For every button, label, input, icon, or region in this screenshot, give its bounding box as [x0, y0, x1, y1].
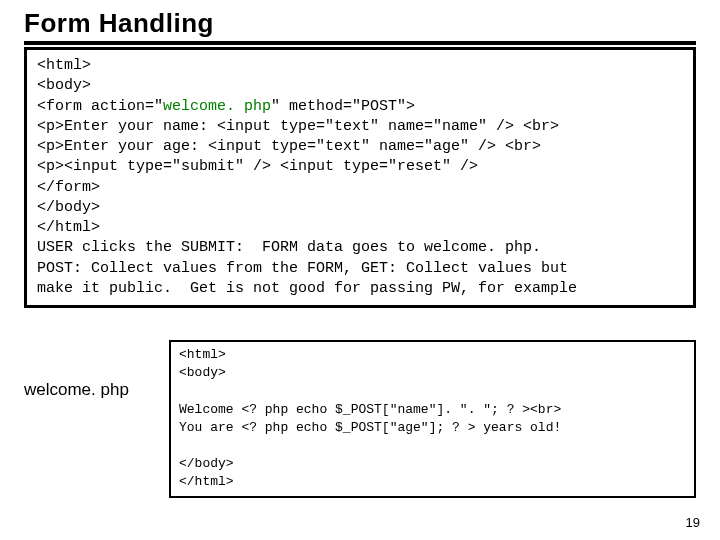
code-line: </body>: [37, 199, 100, 216]
code-line: </html>: [37, 219, 100, 236]
file-label: welcome. php: [24, 340, 169, 400]
code-line: <p><input type="submit" /> <input type="…: [37, 158, 478, 175]
code-line: <html>: [179, 347, 226, 362]
code-line: Welcome <? php echo $_POST["name"]. ". "…: [179, 402, 561, 417]
code-box-main: <html> <body> <form action="welcome. php…: [24, 47, 696, 308]
code-box-welcome: <html> <body> Welcome <? php echo $_POST…: [169, 340, 696, 498]
code-line: make it public. Get is not good for pass…: [37, 280, 577, 297]
code-line: USER clicks the SUBMIT: FORM data goes t…: [37, 239, 541, 256]
code-line: <body>: [37, 77, 91, 94]
code-line: You are <? php echo $_POST["age"]; ? > y…: [179, 420, 561, 435]
slide-title: Form Handling: [24, 8, 696, 45]
code-line: <body>: [179, 365, 226, 380]
code-line: </html>: [179, 474, 234, 489]
lower-section: welcome. php <html> <body> Welcome <? ph…: [24, 340, 696, 498]
code-line: <html>: [37, 57, 91, 74]
code-highlight: welcome. php: [163, 98, 271, 115]
code-line: " method="POST">: [271, 98, 415, 115]
code-line: <form action=": [37, 98, 163, 115]
page-number: 19: [686, 515, 700, 530]
code-line: <p>Enter your name: <input type="text" n…: [37, 118, 559, 135]
code-line: </body>: [179, 456, 234, 471]
code-line: <p>Enter your age: <input type="text" na…: [37, 138, 541, 155]
code-line: POST: Collect values from the FORM, GET:…: [37, 260, 568, 277]
code-line: </form>: [37, 179, 100, 196]
